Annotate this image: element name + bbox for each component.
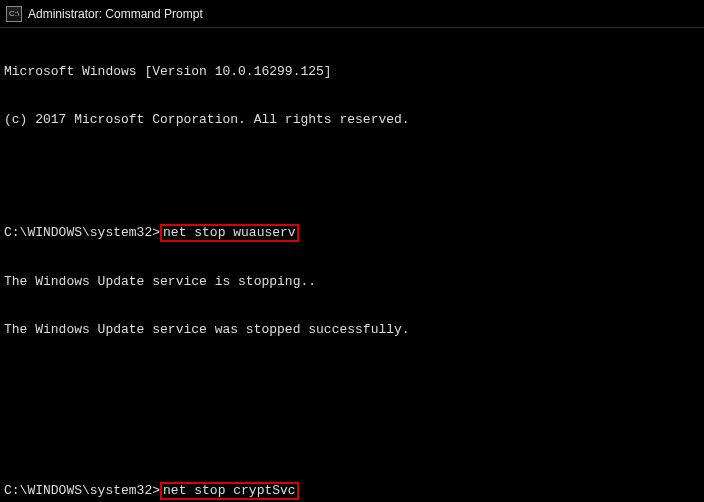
prompt: C:\WINDOWS\system32> — [4, 483, 160, 498]
blank-line — [4, 418, 700, 434]
header-line: Microsoft Windows [Version 10.0.16299.12… — [4, 64, 700, 80]
output-line: The Windows Update service was stopped s… — [4, 322, 700, 338]
title-bar: C:\ Administrator: Command Prompt — [0, 0, 704, 28]
prompt-line: C:\WINDOWS\system32>net stop wuauserv — [4, 224, 700, 242]
highlighted-command: net stop cryptSvc — [160, 482, 299, 500]
header-line: (c) 2017 Microsoft Corporation. All righ… — [4, 112, 700, 128]
output-line: The Windows Update service is stopping.. — [4, 274, 700, 290]
prompt-line: C:\WINDOWS\system32>net stop cryptSvc — [4, 482, 700, 500]
window-title: Administrator: Command Prompt — [28, 7, 203, 21]
terminal-output[interactable]: Microsoft Windows [Version 10.0.16299.12… — [0, 28, 704, 502]
prompt: C:\WINDOWS\system32> — [4, 225, 160, 240]
cmd-icon: C:\ — [6, 6, 22, 22]
blank-line — [4, 370, 700, 386]
highlighted-command: net stop wuauserv — [160, 224, 299, 242]
blank-line — [4, 160, 700, 176]
